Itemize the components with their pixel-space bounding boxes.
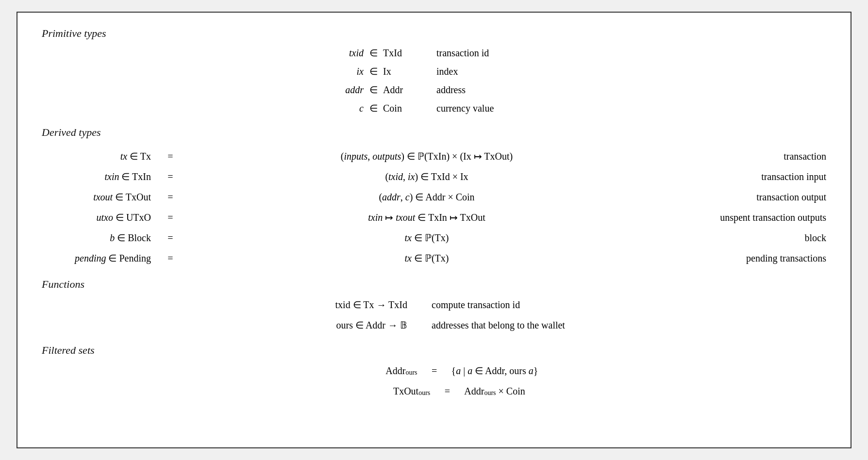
filter-lhs-txoutours: TxOutours <box>343 382 430 400</box>
derived-rhs-block: tx ∈ ℙ(Tx) <box>183 228 671 248</box>
derived-eq-txin: = <box>158 166 183 187</box>
derived-desc-pending: pending transactions <box>671 248 826 268</box>
filtered-sets-title: Filtered sets <box>42 344 826 357</box>
derived-row-utxo: utxo ∈ UTxO = txin ↦ txout ∈ TxIn ↦ TxOu… <box>42 207 826 228</box>
filter-lhs-addrours: Addrours <box>330 361 417 380</box>
prim-type-coin: Coin <box>383 100 422 116</box>
prim-type-addr: Addr <box>383 82 422 98</box>
derived-row-txin: txin ∈ TxIn = (txid, ix) ∈ TxId × Ix tra… <box>42 166 826 187</box>
prim-var-txid: txid <box>334 45 364 61</box>
func-row-ours: ours ∈ Addr → 𝔹 addresses that belong to… <box>262 316 606 334</box>
derived-row-pending: pending ∈ Pending = tx ∈ ℙ(Tx) pending t… <box>42 248 826 268</box>
prim-var-ix: ix <box>334 63 364 80</box>
func-desc-ours: addresses that belong to the wallet <box>412 316 606 334</box>
prim-row-addr: addr ∈ Addr address <box>334 82 534 98</box>
prim-elem-ix: ∈ <box>364 63 383 80</box>
derived-row-block: b ∈ Block = tx ∈ ℙ(Tx) block <box>42 228 826 248</box>
functions-section: Functions txid ∈ Tx → TxId compute trans… <box>42 278 826 334</box>
func-desc-txid: compute transaction id <box>412 296 606 314</box>
derived-rhs-utxo: txin ↦ txout ∈ TxIn ↦ TxOut <box>183 207 671 228</box>
functions-title: Functions <box>42 278 826 291</box>
prim-desc-coin: currency value <box>436 100 534 116</box>
derived-rhs-txout: (addr, c) ∈ Addr × Coin <box>183 187 671 207</box>
derived-rhs-txin: (txid, ix) ∈ TxId × Ix <box>183 166 671 187</box>
derived-types-title: Derived types <box>42 126 826 139</box>
filter-rhs-addrours: {a | a ∈ Addr, ours a} <box>451 361 538 380</box>
prim-type-txid: TxId <box>383 45 422 61</box>
primitive-types-section: Primitive types txid ∈ TxId transaction … <box>42 27 826 116</box>
derived-eq-utxo: = <box>158 207 183 228</box>
primitive-types-table: txid ∈ TxId transaction id ix ∈ Ix index… <box>42 45 826 116</box>
derived-lhs-pending: pending ∈ Pending <box>42 248 158 268</box>
prim-row-coin: c ∈ Coin currency value <box>334 100 534 116</box>
derived-lhs-block: b ∈ Block <box>42 228 158 248</box>
prim-type-ix: Ix <box>383 63 422 80</box>
derived-rhs-tx: (inputs, outputs) ∈ ℙ(TxIn) × (Ix ↦ TxOu… <box>183 146 671 166</box>
prim-desc-ix: index <box>436 63 534 80</box>
derived-eq-tx: = <box>158 146 183 166</box>
derived-eq-pending: = <box>158 248 183 268</box>
func-formula-ours: ours ∈ Addr → 𝔹 <box>262 316 407 334</box>
filter-rhs-txoutours: Addrours × Coin <box>464 382 525 400</box>
derived-lhs-txout: txout ∈ TxOut <box>42 187 158 207</box>
prim-row-ix: ix ∈ Ix index <box>334 63 534 80</box>
derived-lhs-tx: tx ∈ Tx <box>42 146 158 166</box>
derived-desc-tx: transaction <box>671 146 826 166</box>
filtered-sets-table: Addrours = {a | a ∈ Addr, ours a} TxOuto… <box>42 361 826 400</box>
filter-row-txoutours: TxOutours = Addrours × Coin <box>343 382 525 400</box>
derived-desc-txout: transaction output <box>671 187 826 207</box>
derived-lhs-utxo: utxo ∈ UTxO <box>42 207 158 228</box>
filtered-sets-section: Filtered sets Addrours = {a | a ∈ Addr, … <box>42 344 826 400</box>
prim-elem-addr: ∈ <box>364 82 383 98</box>
functions-table: txid ∈ Tx → TxId compute transaction id … <box>42 296 826 334</box>
filter-row-addrours: Addrours = {a | a ∈ Addr, ours a} <box>330 361 538 380</box>
filter-eq-txoutours: = <box>435 382 459 400</box>
derived-eq-block: = <box>158 228 183 248</box>
prim-elem-txid: ∈ <box>364 45 383 61</box>
prim-desc-addr: address <box>436 82 534 98</box>
prim-var-coin: c <box>334 100 364 116</box>
derived-desc-utxo: unspent transaction outputs <box>671 207 826 228</box>
filter-eq-addrours: = <box>422 361 447 380</box>
derived-rhs-pending: tx ∈ ℙ(Tx) <box>183 248 671 268</box>
derived-row-tx: tx ∈ Tx = (inputs, outputs) ∈ ℙ(TxIn) × … <box>42 146 826 166</box>
derived-types-section: Derived types tx ∈ Tx = (inputs, outputs… <box>42 126 826 268</box>
main-container: Primitive types txid ∈ TxId transaction … <box>17 12 851 448</box>
derived-desc-block: block <box>671 228 826 248</box>
prim-row-txid: txid ∈ TxId transaction id <box>334 45 534 61</box>
derived-lhs-txin: txin ∈ TxIn <box>42 166 158 187</box>
func-formula-txid: txid ∈ Tx → TxId <box>262 296 407 314</box>
derived-desc-txin: transaction input <box>671 166 826 187</box>
prim-desc-txid: transaction id <box>436 45 534 61</box>
derived-row-txout: txout ∈ TxOut = (addr, c) ∈ Addr × Coin … <box>42 187 826 207</box>
prim-var-addr: addr <box>334 82 364 98</box>
func-row-txid: txid ∈ Tx → TxId compute transaction id <box>262 296 606 314</box>
primitive-types-title: Primitive types <box>42 27 826 40</box>
derived-types-body: tx ∈ Tx = (inputs, outputs) ∈ ℙ(TxIn) × … <box>42 146 826 268</box>
derived-eq-txout: = <box>158 187 183 207</box>
prim-elem-coin: ∈ <box>364 100 383 116</box>
